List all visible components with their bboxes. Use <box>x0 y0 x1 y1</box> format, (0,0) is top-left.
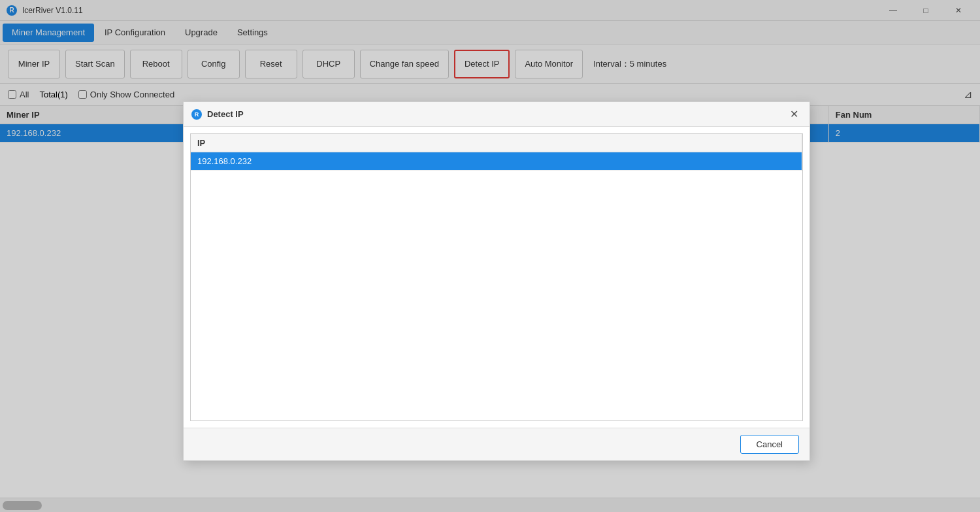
dialog-table-header-row: IP <box>191 134 802 152</box>
dialog-app-icon: R <box>191 109 202 120</box>
dialog-col-ip: IP <box>191 134 802 152</box>
detect-ip-dialog: R Detect IP ✕ IP <box>183 101 810 461</box>
dialog-title-bar: R Detect IP ✕ <box>184 102 809 127</box>
cancel-button[interactable]: Cancel <box>740 435 799 454</box>
dialog-body: IP 192.168.0.232 <box>184 127 809 428</box>
dialog-table-container: IP 192.168.0.232 <box>190 133 803 421</box>
dialog-title: Detect IP <box>207 109 244 119</box>
dialog-cell-ip: 192.168.0.232 <box>191 152 802 171</box>
dialog-overlay: R Detect IP ✕ IP <box>0 0 980 512</box>
dialog-table-row[interactable]: 192.168.0.232 <box>191 152 802 171</box>
dialog-footer: Cancel <box>184 428 809 460</box>
dialog-title-left: R Detect IP <box>191 109 244 120</box>
dialog-ip-table: IP 192.168.0.232 <box>191 134 802 171</box>
dialog-close-button[interactable]: ✕ <box>786 107 802 122</box>
